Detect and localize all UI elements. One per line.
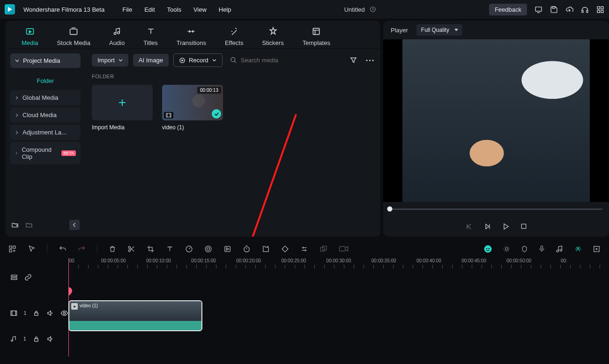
svg-point-48 xyxy=(63,312,65,314)
project-media-button[interactable]: Project Media xyxy=(10,53,81,68)
cloud-upload-icon[interactable] xyxy=(565,6,573,14)
cloud-sync-icon[interactable] xyxy=(370,6,376,13)
adjust-icon[interactable] xyxy=(300,245,308,253)
speed-icon[interactable] xyxy=(185,245,193,253)
apps-grid-icon[interactable] xyxy=(596,6,604,14)
mixer-icon[interactable] xyxy=(556,245,564,253)
audio-track-header[interactable]: 1 xyxy=(0,329,68,348)
folder-label[interactable]: Folder xyxy=(10,72,81,90)
redo-icon[interactable] xyxy=(78,245,86,253)
layout-icon[interactable] xyxy=(8,245,16,253)
svg-point-16 xyxy=(231,58,235,62)
text-icon[interactable] xyxy=(166,245,174,253)
magnet-icon[interactable] xyxy=(574,245,582,253)
lock-icon[interactable] xyxy=(33,310,40,317)
menu-view[interactable]: View xyxy=(193,6,207,13)
marker-icon[interactable] xyxy=(521,245,528,253)
render-icon[interactable] xyxy=(223,245,231,253)
sidebar-adjustment-layer[interactable]: Adjustment La... xyxy=(10,125,81,140)
search-input[interactable] xyxy=(241,57,325,64)
eye-icon[interactable] xyxy=(60,310,68,316)
menu-file[interactable]: File xyxy=(122,6,132,13)
cursor-icon[interactable] xyxy=(28,245,36,253)
main-menu: File Edit Tools View Help xyxy=(122,6,231,13)
timeline-ruler[interactable]: 00:00 00:00:05:00 00:00:10:00 00:00:15:0… xyxy=(68,258,609,268)
delete-icon[interactable] xyxy=(109,245,116,253)
prev-frame-icon[interactable] xyxy=(465,223,473,230)
preview-viewport[interactable] xyxy=(383,39,609,202)
player-progress[interactable] xyxy=(383,202,609,216)
ai-image-button[interactable]: AI Image xyxy=(133,54,169,67)
mute-icon[interactable] xyxy=(46,310,54,317)
record-button[interactable]: Record xyxy=(173,53,223,67)
split-icon[interactable] xyxy=(127,245,135,253)
folder-icon[interactable] xyxy=(25,221,33,229)
color-icon[interactable] xyxy=(204,245,212,253)
tab-stickers[interactable]: Stickers xyxy=(262,26,283,46)
svg-rect-13 xyxy=(313,28,319,34)
mic-icon[interactable] xyxy=(538,245,545,253)
app-name: Wondershare Filmora 13 Beta xyxy=(23,6,104,13)
camera-icon[interactable] xyxy=(339,245,349,253)
lock-icon[interactable] xyxy=(33,335,40,342)
import-button[interactable]: Import xyxy=(92,54,128,67)
sun-icon[interactable] xyxy=(503,245,511,253)
tab-effects[interactable]: Effects xyxy=(225,26,244,46)
expand-icon[interactable] xyxy=(593,245,601,253)
group-icon[interactable] xyxy=(319,245,327,253)
tracks-icon[interactable] xyxy=(10,274,18,281)
svg-rect-2 xyxy=(552,7,555,8)
video-track-header[interactable]: 1 xyxy=(0,298,68,327)
keyframe-icon[interactable] xyxy=(281,245,289,253)
timeline-clip[interactable]: video (1) xyxy=(68,300,202,331)
ai-assist-icon[interactable] xyxy=(483,245,492,253)
clip-thumbnail[interactable]: 00:00:13 xyxy=(162,85,223,120)
import-media-tile[interactable]: + Import Media xyxy=(92,85,153,131)
headphones-icon[interactable] xyxy=(581,6,589,14)
sidebar-cloud-media[interactable]: Cloud Media xyxy=(10,107,81,123)
quality-select[interactable]: Full Quality xyxy=(416,24,462,36)
tab-stock-media[interactable]: Stock Media xyxy=(57,26,90,46)
menu-edit[interactable]: Edit xyxy=(144,6,155,13)
play-icon[interactable] xyxy=(502,223,510,230)
feedback-button[interactable]: Feedback xyxy=(489,4,527,15)
link-icon[interactable] xyxy=(24,274,32,281)
undo-icon[interactable] xyxy=(59,245,67,253)
display-icon[interactable] xyxy=(535,6,542,14)
tab-transitions[interactable]: Transitions xyxy=(177,26,206,46)
project-title[interactable]: Untitled xyxy=(344,6,365,13)
step-back-icon[interactable] xyxy=(483,223,491,230)
timer-icon[interactable] xyxy=(243,245,251,253)
menu-tools[interactable]: Tools xyxy=(167,6,181,13)
crop-icon[interactable] xyxy=(147,245,155,253)
collapse-sidebar-button[interactable] xyxy=(69,220,80,230)
filter-icon[interactable] xyxy=(349,56,357,64)
record-label: Record xyxy=(189,57,208,64)
progress-track[interactable] xyxy=(390,208,602,210)
timeline-tracks[interactable]: 00:00 00:00:05:00 00:00:10:00 00:00:15:0… xyxy=(68,258,609,357)
tab-media[interactable]: Media xyxy=(22,26,38,46)
player-panel: Player Full Quality xyxy=(383,21,609,237)
search-media[interactable] xyxy=(230,57,345,64)
new-folder-icon[interactable] xyxy=(11,221,19,229)
tab-audio[interactable]: Audio xyxy=(109,26,125,46)
import-media-box[interactable]: + xyxy=(92,85,153,120)
progress-thumb[interactable] xyxy=(387,207,393,212)
save-icon[interactable] xyxy=(550,6,558,14)
sidebar-global-media[interactable]: Global Media xyxy=(10,90,81,105)
snapshot-icon[interactable] xyxy=(262,245,270,253)
ruler-mark: 00:00:15:00 xyxy=(191,258,216,263)
chevron-right-icon xyxy=(15,113,19,117)
mute-icon[interactable] xyxy=(46,335,54,342)
media-clip-tile[interactable]: 00:00:13 video (1) xyxy=(162,85,223,131)
audio-icon xyxy=(113,26,121,37)
sidebar-compound-clip[interactable]: Compound Clip BETA xyxy=(10,142,81,164)
more-icon[interactable] xyxy=(366,59,374,61)
tab-templates[interactable]: Templates xyxy=(303,26,330,46)
tab-titles[interactable]: Titles xyxy=(143,26,158,46)
svg-rect-5 xyxy=(597,7,600,9)
ruler-mark: 00:00:50:00 xyxy=(506,258,531,263)
menu-help[interactable]: Help xyxy=(219,6,231,13)
stop-icon[interactable] xyxy=(520,223,527,230)
svg-rect-24 xyxy=(13,246,15,248)
